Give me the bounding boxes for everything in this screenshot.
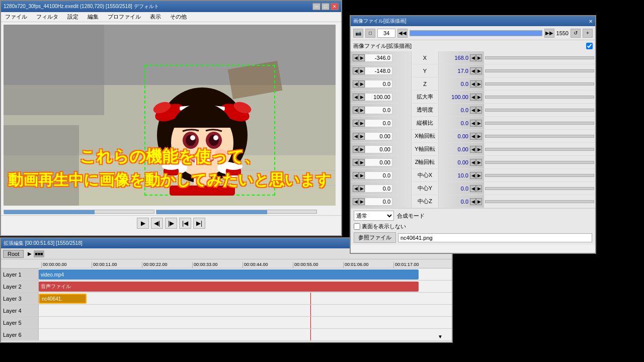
minimize-button[interactable]: ─ — [312, 3, 320, 10]
prop-track-y[interactable] — [484, 64, 595, 77]
prop-arrow-left-x1[interactable]: ◀ — [353, 54, 359, 61]
next-frame-button[interactable]: |▶ — [165, 218, 177, 229]
prop-arrow-left-cz2[interactable]: ◀ — [470, 198, 476, 205]
prop-arrow-left-aspect1[interactable]: ◀ — [353, 120, 359, 127]
prop-arrow-left-zrot1[interactable]: ◀ — [353, 159, 359, 166]
prop-arrow-right-z2[interactable]: ▶ — [476, 80, 482, 87]
seek-bar[interactable] — [410, 30, 542, 36]
prev-frame-button[interactable]: ◀| — [151, 218, 163, 229]
clip-image[interactable]: nc40641. — [39, 294, 87, 304]
prop-track-z[interactable] — [484, 77, 595, 90]
scroll-thumb-right[interactable] — [156, 210, 267, 214]
menu-settings[interactable]: 設定 — [65, 13, 80, 21]
prop-arrow-right-z1[interactable]: ▶ — [359, 80, 365, 87]
prop-arrow-left-yrot1[interactable]: ◀ — [353, 146, 359, 153]
play-button[interactable]: ▶ — [137, 218, 149, 229]
prop-track-zrot[interactable] — [484, 156, 595, 168]
prop-slider-xrot-left[interactable]: ◀ ▶ 0.00 — [351, 130, 411, 142]
prop-track-cy[interactable] — [484, 182, 595, 195]
prop-slider-cx-right[interactable]: 10.0 ◀ ▶ — [439, 169, 484, 182]
prop-arrow-left-cy2[interactable]: ◀ — [470, 185, 476, 192]
menu-file[interactable]: ファイル — [3, 13, 29, 21]
prop-arrow-right-scale1[interactable]: ▶ — [359, 94, 365, 101]
prop-arrow-right-cx2[interactable]: ▶ — [476, 172, 482, 179]
checkbox-container[interactable] — [586, 43, 593, 49]
prop-arrow-right-aspect1[interactable]: ▶ — [359, 120, 365, 127]
prop-arrow-right-cx1[interactable]: ▶ — [359, 172, 365, 179]
prop-track-scale[interactable] — [484, 90, 595, 103]
prop-arrow-left-cy1[interactable]: ◀ — [353, 185, 359, 192]
enabled-checkbox[interactable] — [586, 43, 593, 49]
root-button[interactable]: Root — [3, 250, 24, 258]
menu-filter[interactable]: フィルタ — [34, 13, 60, 21]
menu-view[interactable]: 表示 — [148, 13, 163, 21]
prop-arrow-left-scale2[interactable]: ◀ — [470, 94, 476, 101]
next-btn[interactable]: ▶▶ — [544, 29, 554, 38]
begin-button[interactable]: |◀ — [179, 218, 191, 229]
prop-arrow-right-aspect2[interactable]: ▶ — [476, 120, 482, 127]
clip-video[interactable]: video.mp4 — [39, 269, 419, 280]
prop-slider-xrot-right[interactable]: 0.00 ◀ ▶ — [439, 130, 484, 142]
prop-slider-alpha-right[interactable]: 0.0 ◀ ▶ — [439, 104, 484, 116]
props-close[interactable]: ✕ — [589, 19, 593, 24]
prop-arrow-right-yrot1[interactable]: ▶ — [359, 146, 365, 153]
prop-arrow-left-aspect2[interactable]: ◀ — [470, 120, 476, 127]
prop-slider-zrot-left[interactable]: ◀ ▶ 0.00 — [351, 156, 411, 168]
prop-arrow-left-cx2[interactable]: ◀ — [470, 172, 476, 179]
prop-arrow-right-x1[interactable]: ▶ — [359, 54, 365, 61]
prop-slider-scale-left[interactable]: ◀ ▶ 100.00 — [351, 90, 411, 103]
prop-slider-scale-right[interactable]: 100.00 ◀ ▶ — [439, 90, 484, 103]
prop-arrow-left-cx1[interactable]: ◀ — [353, 172, 359, 179]
prop-arrow-left-cz1[interactable]: ◀ — [353, 198, 359, 205]
prop-track-aspect[interactable] — [484, 117, 595, 129]
prop-slider-cx-left[interactable]: ◀ ▶ 0.0 — [351, 169, 411, 182]
prop-arrow-left-alpha2[interactable]: ◀ — [470, 107, 476, 114]
prop-arrow-left-zrot2[interactable]: ◀ — [470, 159, 476, 166]
scroll-down-icon[interactable]: ▼ — [438, 334, 443, 339]
prop-arrow-right-x2[interactable]: ▶ — [476, 54, 482, 61]
scroll-thumb-left[interactable] — [4, 210, 95, 214]
prop-slider-z-left[interactable]: ◀ ▶ 0.0 — [351, 77, 411, 90]
prop-track-cx[interactable] — [484, 169, 595, 182]
layer-track-5[interactable] — [39, 317, 452, 328]
prop-slider-y-left[interactable]: ◀ ▶ -148.0 — [351, 64, 411, 77]
prop-track-yrot[interactable] — [484, 143, 595, 155]
prop-arrow-left-x2[interactable]: ◀ — [470, 54, 476, 61]
prop-slider-cy-right[interactable]: 0.0 ◀ ▶ — [439, 182, 484, 195]
prop-slider-zrot-right[interactable]: 0.00 ◀ ▶ — [439, 156, 484, 168]
prop-arrow-right-zrot2[interactable]: ▶ — [476, 159, 482, 166]
prop-arrow-right-alpha2[interactable]: ▶ — [476, 107, 482, 114]
frame-number-input[interactable] — [377, 29, 395, 38]
scroll-track-left[interactable] — [4, 210, 154, 214]
prop-track-alpha[interactable] — [484, 104, 595, 116]
close-button[interactable]: ✕ — [331, 3, 339, 10]
prop-arrow-left-z2[interactable]: ◀ — [470, 80, 476, 87]
prop-arrow-left-alpha1[interactable]: ◀ — [353, 107, 359, 114]
add-icon-btn[interactable]: + — [583, 29, 593, 38]
prop-arrow-right-cz1[interactable]: ▶ — [359, 198, 365, 205]
prop-slider-cy-left[interactable]: ◀ ▶ 0.0 — [351, 182, 411, 195]
prop-arrow-right-yrot2[interactable]: ▶ — [476, 146, 482, 153]
ref-file-button[interactable]: 参照ファイル — [354, 232, 396, 243]
hide-surface-checkbox[interactable] — [354, 223, 360, 230]
prop-arrow-left-y2[interactable]: ◀ — [470, 67, 476, 74]
layer-track-3[interactable]: nc40641. — [39, 293, 452, 304]
prop-slider-cz-right[interactable]: 0.0 ◀ ▶ — [439, 195, 484, 208]
menu-edit[interactable]: 編集 — [86, 13, 101, 21]
prop-arrow-left-xrot1[interactable]: ◀ — [353, 133, 359, 140]
prop-arrow-right-cy2[interactable]: ▶ — [476, 185, 482, 192]
prop-slider-x-right[interactable]: 168.0 ◀ ▶ — [439, 51, 484, 64]
video-icon-btn[interactable]: □ — [365, 29, 375, 38]
prop-arrow-left-y1[interactable]: ◀ — [353, 67, 359, 74]
prop-slider-x-left[interactable]: ◀ ▶ -346.0 — [351, 51, 411, 64]
prop-arrow-right-alpha1[interactable]: ▶ — [359, 107, 365, 114]
prop-arrow-left-z1[interactable]: ◀ — [353, 80, 359, 87]
prop-slider-cz-left[interactable]: ◀ ▶ 0.0 — [351, 195, 411, 208]
prop-slider-y-right[interactable]: 17.0 ◀ ▶ — [439, 64, 484, 77]
layer-track-6[interactable]: ▼ — [39, 329, 452, 340]
prop-arrow-left-yrot2[interactable]: ◀ — [470, 146, 476, 153]
prop-arrow-right-scale2[interactable]: ▶ — [476, 94, 482, 101]
prop-track-cz[interactable] — [484, 195, 595, 208]
prop-arrow-right-xrot2[interactable]: ▶ — [476, 133, 482, 140]
prop-slider-yrot-left[interactable]: ◀ ▶ 0.00 — [351, 143, 411, 155]
